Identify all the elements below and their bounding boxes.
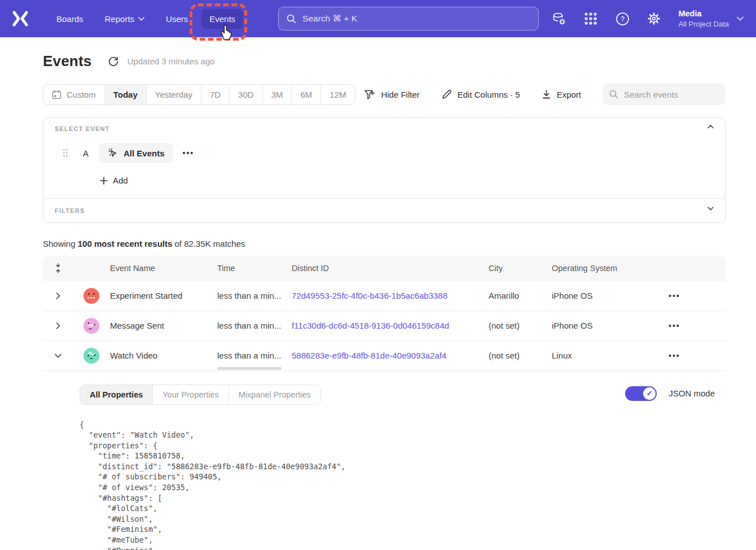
date-range-control: Custom Today Yesterday 7D 30D 3M 6M 12M (43, 84, 355, 105)
main-content: Events Updated 3 minutes ago Custom (0, 53, 756, 550)
svg-text:?: ? (621, 15, 625, 23)
filters-section[interactable]: FILTERS (43, 198, 725, 222)
nav-reports[interactable]: Reports (97, 9, 153, 29)
date-range-6m-label: 6M (300, 90, 312, 99)
cell-event-name: Message Sent (102, 321, 217, 330)
last-updated-text: Updated 3 minutes ago (127, 56, 214, 66)
export-button[interactable]: Export (542, 89, 581, 99)
select-event-label: SELECT EVENT (55, 125, 714, 132)
add-event-button[interactable]: Add (100, 176, 128, 185)
collapse-row-icon[interactable] (43, 353, 73, 358)
event-avatar (83, 348, 99, 364)
cell-os: iPhone OS (552, 321, 669, 330)
json-mode-toggle[interactable]: ✓ (625, 386, 657, 401)
column-header-os[interactable]: Operating System (552, 264, 669, 273)
drag-handle-icon[interactable] (61, 149, 69, 158)
summary-count: 100 most recent results (78, 239, 173, 248)
collapse-all-icon[interactable] (43, 263, 73, 273)
project-text: Media All Project Data (678, 9, 729, 28)
cell-time: less than a min... (217, 351, 292, 360)
global-search-placeholder: Search ⌘ + K (302, 14, 357, 24)
tab-mixpanel-properties[interactable]: Mixpanel Properties (229, 385, 320, 404)
table-row[interactable]: Experiment Started less than a min... 72… (43, 281, 726, 311)
column-header-time[interactable]: Time (217, 264, 292, 273)
avatar-face-glyph (83, 348, 99, 364)
table-row-expanded[interactable]: Watch Video less than a min... 5886283e-… (43, 341, 726, 371)
mixpanel-logo[interactable] (10, 9, 30, 28)
apps-grid-icon[interactable] (583, 11, 598, 26)
nav-boards[interactable]: Boards (49, 9, 91, 29)
date-range-30d[interactable]: 30D (230, 85, 263, 104)
nav-events-label: Events (209, 14, 235, 24)
edit-columns-button[interactable]: Edit Columns · 5 (441, 89, 520, 100)
date-range-today[interactable]: Today (105, 85, 147, 104)
table-toolbar: Hide Filter Edit Columns · 5 Export (364, 84, 726, 105)
refresh-icon[interactable] (108, 55, 120, 68)
date-range-30d-label: 30D (238, 90, 254, 99)
row-more-icon[interactable]: ••• (669, 291, 726, 300)
date-range-3m[interactable]: 3M (263, 85, 292, 104)
date-range-12m[interactable]: 12M (321, 85, 354, 104)
nav-items: Boards Reports Users Events (49, 9, 243, 29)
row-more-icon[interactable]: ••• (669, 351, 726, 360)
date-range-yesterday[interactable]: Yesterday (147, 85, 201, 104)
event-row-more-icon[interactable]: ••• (183, 149, 195, 158)
cell-distinct-id[interactable]: f11c30d6-dc6d-4518-9136-0d046159c84d (292, 321, 489, 330)
summary-suffix: of 82.35K matches (172, 239, 245, 248)
settings-gear-icon[interactable] (647, 11, 661, 26)
date-range-6m[interactable]: 6M (292, 85, 321, 104)
expand-filters-icon[interactable] (707, 207, 714, 211)
nav-boards-label: Boards (56, 14, 83, 24)
tab-all-properties[interactable]: All Properties (80, 385, 153, 404)
help-icon[interactable]: ? (615, 11, 630, 26)
data-management-icon[interactable] (552, 11, 566, 26)
date-range-7d[interactable]: 7D (201, 85, 230, 104)
events-table: Event Name Time Distinct ID City Operati… (43, 256, 726, 550)
date-range-custom[interactable]: Custom (43, 85, 105, 104)
horizontal-scrollbar[interactable] (217, 367, 282, 370)
column-header-distinct-id[interactable]: Distinct ID (292, 264, 489, 273)
cell-distinct-id[interactable]: 72d49553-25fc-4f0c-b436-1b5ac6ab3388 (292, 291, 489, 300)
expand-row-icon[interactable] (43, 322, 73, 329)
query-builder-panel: SELECT EVENT A (43, 117, 726, 223)
gear-glyph (647, 11, 661, 26)
row-more-icon[interactable]: ••• (669, 321, 726, 330)
nav-events[interactable]: Events (201, 9, 243, 29)
date-range-yesterday-label: Yesterday (155, 90, 192, 99)
toggle-check-icon: ✓ (643, 387, 656, 400)
project-switcher[interactable]: Media All Project Data (678, 9, 744, 28)
hide-filter-button[interactable]: Hide Filter (364, 89, 419, 100)
search-events-placeholder: Search events (624, 90, 678, 99)
date-range-custom-label: Custom (67, 90, 96, 99)
cell-event-name: Watch Video (102, 351, 217, 360)
page-title: Events (43, 53, 91, 70)
cell-city: Amarillo (489, 291, 552, 300)
edit-columns-label: Edit Columns · 5 (458, 90, 520, 99)
column-header-event-name[interactable]: Event Name (102, 264, 217, 273)
properties-tabs: All Properties Your Properties Mixpanel … (80, 385, 321, 405)
grid-dots-glyph (584, 12, 597, 25)
event-selector-pill[interactable]: All Events (99, 143, 173, 163)
search-events-input[interactable]: Search events (603, 84, 726, 105)
download-icon (542, 89, 551, 99)
cell-city: (not set) (489, 321, 552, 330)
top-navbar: Boards Reports Users Events Search ⌘ + K (0, 0, 756, 37)
nav-users[interactable]: Users (158, 9, 196, 29)
collapse-section-icon[interactable] (707, 125, 714, 129)
event-avatar (83, 288, 99, 304)
event-json-viewer: { "event": "Watch Video", "properties": … (80, 420, 726, 550)
search-icon (287, 14, 296, 24)
event-row-letter: A (83, 149, 89, 158)
table-row[interactable]: Message Sent less than a min... f11c30d6… (43, 311, 726, 341)
events-page: Boards Reports Users Events Search ⌘ + K (0, 0, 756, 550)
global-search-input[interactable]: Search ⌘ + K (278, 7, 539, 30)
cell-event-name: Experiment Started (102, 291, 217, 300)
tab-your-properties[interactable]: Your Properties (153, 385, 228, 404)
hide-filter-label: Hide Filter (381, 90, 419, 99)
expand-row-icon[interactable] (43, 293, 73, 299)
mixpanel-logo-icon (11, 10, 29, 27)
column-header-city[interactable]: City (489, 264, 552, 273)
event-pill-label: All Events (124, 149, 165, 158)
event-avatar (83, 318, 99, 334)
cell-distinct-id[interactable]: 5886283e-e9fb-48fb-81de-40e9093a2af4 (292, 351, 489, 360)
